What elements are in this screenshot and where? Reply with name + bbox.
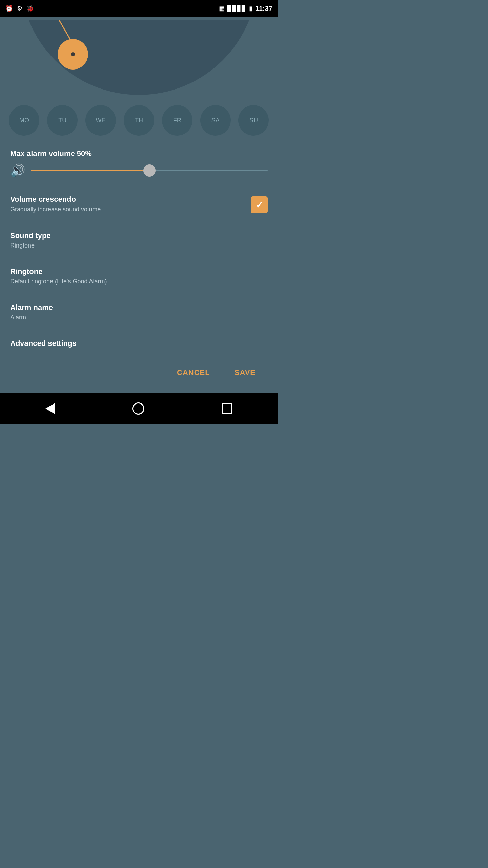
- slider-fill: [31, 170, 149, 171]
- debug-icon: 🐞: [26, 5, 34, 12]
- alarm-name-section[interactable]: Alarm name Alarm: [10, 296, 268, 329]
- clock-time: 11:37: [255, 5, 272, 13]
- dial-container[interactable]: 40 35 30 25 20: [7, 20, 271, 95]
- advanced-settings-section[interactable]: Advanced settings: [10, 332, 268, 355]
- advanced-settings-title: Advanced settings: [10, 339, 268, 348]
- speaker-icon: 🔊: [10, 163, 25, 178]
- sound-type-value: Ringtone: [10, 242, 268, 249]
- crescendo-checkbox[interactable]: ✓: [251, 196, 268, 213]
- dial-knob-dot: [71, 52, 75, 56]
- action-buttons: CANCEL SAVE: [10, 355, 268, 390]
- divider-volume: [10, 186, 268, 186]
- alarm-name-value: Alarm: [10, 314, 268, 321]
- cancel-button[interactable]: CANCEL: [171, 366, 216, 380]
- volume-section: Max alarm volume 50% 🔊: [10, 142, 268, 184]
- day-button-su[interactable]: SU: [238, 105, 269, 136]
- slider-thumb[interactable]: [143, 164, 156, 177]
- day-button-we[interactable]: WE: [85, 105, 116, 136]
- day-selector: MO TU WE TH FR SA SU: [0, 102, 278, 139]
- divider-alarm-name: [10, 330, 268, 330]
- status-bar-right-icons: ▦ ▊▊▊▊ ▮ 11:37: [219, 5, 272, 13]
- day-button-mo[interactable]: MO: [9, 105, 39, 136]
- volume-label: Max alarm volume 50%: [10, 149, 268, 158]
- battery-icon: ▮: [249, 5, 252, 12]
- usb-icon: ⚙: [17, 5, 22, 12]
- bottom-nav-bar: [0, 393, 278, 424]
- signal-icon: ▊▊▊▊: [227, 5, 246, 12]
- alarm-icon: ⏰: [5, 5, 13, 12]
- crescendo-section: Volume crescendo Gradually increase soun…: [10, 188, 268, 221]
- back-button[interactable]: [45, 403, 55, 414]
- home-button[interactable]: [132, 402, 144, 415]
- volume-slider[interactable]: [31, 170, 268, 171]
- divider-crescendo: [10, 222, 268, 222]
- volume-row: 🔊: [10, 163, 268, 178]
- ringtone-title: Ringtone: [10, 267, 268, 276]
- alarm-name-title: Alarm name: [10, 303, 268, 312]
- ringtone-section[interactable]: Ringtone Default ringtone (Life's Good A…: [10, 260, 268, 293]
- divider-ringtone: [10, 294, 268, 294]
- dial-section: 40 35 30 25 20: [0, 17, 278, 102]
- day-button-sa[interactable]: SA: [200, 105, 231, 136]
- recents-button[interactable]: [222, 403, 232, 414]
- crescendo-text: Volume crescendo Gradually increase soun…: [10, 195, 251, 213]
- day-button-fr[interactable]: FR: [162, 105, 192, 136]
- crescendo-description: Gradually increase sound volume: [10, 206, 251, 213]
- ringtone-value: Default ringtone (Life's Good Alarm): [10, 278, 268, 285]
- sound-type-title: Sound type: [10, 231, 268, 240]
- status-bar: ⏰ ⚙ 🐞 ▦ ▊▊▊▊ ▮ 11:37: [0, 0, 278, 17]
- dial-knob[interactable]: [58, 39, 88, 70]
- checkmark-icon: ✓: [256, 199, 263, 211]
- crescendo-title: Volume crescendo: [10, 195, 251, 204]
- divider-sound-type: [10, 258, 268, 258]
- day-button-th[interactable]: TH: [124, 105, 154, 136]
- sound-type-section[interactable]: Sound type Ringtone: [10, 224, 268, 257]
- dial-circle: 40 35 30 25 20: [20, 20, 258, 95]
- settings-container: Max alarm volume 50% 🔊 Volume crescendo …: [0, 139, 278, 393]
- status-bar-left-icons: ⏰ ⚙ 🐞: [5, 5, 34, 12]
- vibrate-icon: ▦: [219, 5, 225, 12]
- save-button[interactable]: SAVE: [229, 366, 261, 380]
- day-button-tu[interactable]: TU: [47, 105, 78, 136]
